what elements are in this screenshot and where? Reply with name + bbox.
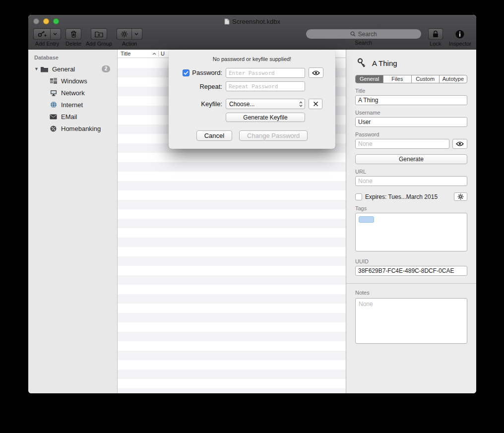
add-entry-label: Add Entry	[35, 41, 59, 47]
repeat-password-input[interactable]	[226, 81, 305, 91]
inspector-tabs: General Files Custom Autotype	[355, 75, 467, 83]
action-button[interactable]: Action	[117, 28, 142, 47]
lock-button[interactable]: Lock	[428, 28, 443, 47]
notes-label: Notes	[355, 290, 467, 296]
repeat-label: Repeat:	[199, 83, 222, 90]
sidebar-item-label: Internet	[61, 101, 83, 109]
keyfile-selected-value: Choose...	[229, 101, 254, 108]
traffic-lights	[33, 18, 59, 24]
username-field[interactable]	[355, 117, 467, 127]
eye-icon	[456, 141, 464, 146]
document-proxy-icon	[224, 18, 230, 25]
sheet-message: No password or keyfile supplied!	[179, 56, 325, 62]
generate-password-button[interactable]: Generate	[355, 154, 467, 164]
inspector-header: A Thing	[355, 58, 467, 68]
inspector-button[interactable]: Inspector	[449, 28, 471, 47]
titlebar[interactable]: Screenshot.kdbx	[28, 15, 476, 28]
monitor-icon	[49, 90, 58, 96]
toolbar: Add Entry Delete Add Group	[28, 28, 476, 50]
tab-custom[interactable]: Custom	[411, 75, 439, 83]
expires-date-button[interactable]	[454, 192, 467, 201]
sidebar-item-homebanking[interactable]: Homebanking	[28, 123, 117, 134]
add-group-button[interactable]: Add Group	[86, 28, 112, 47]
generate-keyfile-button[interactable]: Generate Keyfile	[226, 113, 305, 122]
info-icon	[455, 29, 465, 39]
title-field-label: Title	[355, 88, 467, 94]
sidebar-item-windows[interactable]: Windows	[28, 75, 117, 87]
tab-general[interactable]: General	[356, 75, 383, 83]
url-field-label: URL	[355, 169, 467, 175]
windows-icon	[49, 78, 58, 84]
uuid-label: UUID	[355, 258, 467, 264]
key-plus-icon	[37, 30, 47, 38]
inspector-entry-title: A Thing	[372, 59, 397, 67]
notes-field[interactable]	[355, 298, 467, 344]
check-icon	[184, 71, 189, 75]
minimize-button[interactable]	[43, 18, 49, 24]
window-chrome: Screenshot.kdbx Add Entry	[28, 15, 476, 50]
disclosure-triangle-icon[interactable]: ▼	[33, 66, 40, 71]
password-enable-checkbox[interactable]	[183, 69, 189, 76]
popup-arrows-icon	[299, 101, 303, 107]
tab-files[interactable]: Files	[383, 75, 411, 83]
window-title: Screenshot.kdbx	[28, 15, 476, 28]
sidebar-item-label: EMail	[61, 113, 77, 121]
zoom-button[interactable]	[53, 18, 59, 24]
coin-icon	[49, 125, 58, 132]
action-label: Action	[122, 41, 137, 47]
add-group-label: Add Group	[86, 41, 112, 47]
password-field-label: Password	[355, 131, 467, 137]
close-x-icon	[313, 101, 318, 107]
change-password-sheet: No password or keyfile supplied! Passwor…	[169, 50, 335, 149]
add-entry-button[interactable]: Add Entry	[33, 28, 61, 47]
window-title-text: Screenshot.kdbx	[232, 18, 280, 25]
sort-ascending-icon	[152, 53, 156, 55]
trash-icon	[70, 30, 77, 38]
gear-icon	[121, 30, 128, 38]
sidebar-item-label: Windows	[61, 77, 87, 85]
keyfile-label: Keyfile:	[201, 100, 222, 108]
folder-icon	[40, 66, 49, 72]
search-input[interactable]: Search	[306, 29, 421, 39]
column-header-title[interactable]: Title	[118, 51, 158, 57]
expires-checkbox[interactable]	[355, 193, 362, 200]
new-password-input[interactable]	[226, 68, 305, 78]
tag-token[interactable]	[359, 216, 374, 223]
tags-field[interactable]	[355, 213, 467, 251]
password-label: Password:	[192, 69, 222, 76]
tags-label: Tags	[355, 205, 467, 211]
sidebar-section-header: Database	[28, 53, 117, 63]
eye-icon	[312, 70, 320, 75]
column-title-label: Title	[121, 51, 130, 57]
column-header-username[interactable]: U	[161, 51, 165, 57]
uuid-field[interactable]	[355, 266, 467, 276]
action-dropdown-arrow[interactable]	[131, 29, 138, 39]
password-field[interactable]	[355, 139, 449, 149]
sidebar-item-general[interactable]: ▼ General 2	[28, 63, 117, 75]
lock-icon	[433, 30, 439, 38]
sidebar-item-internet[interactable]: Internet	[28, 99, 117, 111]
reveal-password-button[interactable]	[452, 139, 467, 149]
sidebar-item-network[interactable]: Network	[28, 87, 117, 99]
clear-keyfile-button[interactable]	[309, 99, 322, 109]
title-field[interactable]	[355, 95, 467, 105]
change-password-button[interactable]: Change Password	[239, 130, 308, 141]
url-field[interactable]	[355, 176, 467, 186]
cancel-button[interactable]: Cancel	[196, 130, 232, 141]
column-divider[interactable]	[158, 51, 159, 57]
username-field-label: Username	[355, 110, 467, 116]
keyfile-dropdown[interactable]: Choose...	[226, 99, 305, 109]
delete-button[interactable]: Delete	[65, 28, 81, 47]
folder-plus-icon	[95, 31, 103, 37]
add-entry-dropdown-arrow[interactable]	[50, 29, 57, 39]
inspector-divider	[346, 283, 476, 284]
toggle-password-visibility-button[interactable]	[309, 67, 323, 78]
tab-autotype[interactable]: Autotype	[439, 75, 467, 83]
close-button[interactable]	[33, 18, 39, 24]
lock-label: Lock	[430, 41, 441, 47]
sidebar-item-label: General	[52, 65, 75, 73]
sidebar-item-label: Network	[61, 89, 85, 97]
delete-label: Delete	[65, 41, 81, 47]
sidebar-item-email[interactable]: EMail	[28, 111, 117, 123]
app-window: Screenshot.kdbx Add Entry	[28, 15, 476, 393]
